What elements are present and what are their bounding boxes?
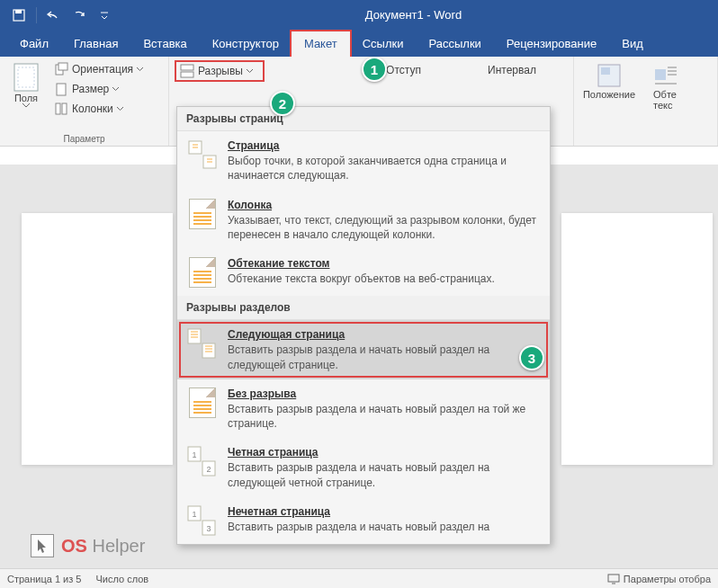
callout-marker-3: 3	[519, 345, 544, 370]
svg-rect-7	[56, 103, 60, 114]
svg-rect-6	[57, 84, 66, 95]
svg-rect-26	[608, 575, 619, 582]
chevron-down-icon	[22, 103, 30, 108]
page-break-icon	[186, 138, 219, 171]
svg-text:2: 2	[206, 465, 211, 474]
breaks-gallery: Разрывы страниц СтраницаВыбор точки, в к…	[176, 106, 551, 545]
section-nextpage-icon	[186, 327, 219, 360]
svg-rect-10	[181, 72, 193, 77]
tab-file[interactable]: Файл	[7, 31, 61, 57]
callout-marker-2: 2	[270, 91, 295, 116]
group-label: Параметр	[5, 132, 163, 144]
svg-rect-16	[188, 329, 201, 343]
status-display[interactable]: Параметры отобра	[624, 574, 711, 584]
margins-icon	[13, 62, 40, 93]
chevron-down-icon	[112, 87, 119, 91]
statusbar: Страница 1 из 5 Число слов Параметры ото…	[0, 568, 718, 588]
chevron-down-icon	[117, 107, 123, 111]
redo-icon[interactable]	[67, 4, 91, 27]
tab-review[interactable]: Рецензирование	[494, 31, 609, 57]
svg-rect-17	[202, 343, 215, 358]
gallery-section-header: Разрывы страниц	[177, 107, 550, 131]
tab-layout[interactable]: Макет	[292, 31, 350, 57]
svg-rect-12	[601, 67, 610, 75]
gallery-item-continuous[interactable]: Без разрываВставить разрыв раздела и нач…	[177, 379, 550, 439]
tab-view[interactable]: Вид	[609, 31, 656, 57]
column-break-icon	[186, 198, 219, 230]
svg-rect-1	[15, 10, 22, 13]
watermark-text: OS Helper	[61, 536, 145, 557]
textwrap-break-icon	[186, 256, 219, 289]
wrap-icon	[651, 62, 678, 89]
cursor-icon	[31, 534, 54, 557]
tab-references[interactable]: Ссылки	[350, 31, 417, 57]
position-icon	[596, 62, 623, 89]
qat-customize-icon[interactable]	[93, 4, 116, 27]
svg-rect-13	[655, 69, 666, 80]
ribbon-tabs: Файл Главная Вставка Конструктор Макет С…	[0, 30, 718, 57]
svg-text:1: 1	[192, 510, 196, 519]
watermark: OS Helper	[31, 534, 145, 557]
orientation-icon	[54, 62, 68, 76]
save-icon[interactable]	[7, 4, 31, 27]
tab-mailings[interactable]: Рассылки	[416, 31, 493, 57]
tab-insert[interactable]: Вставка	[130, 31, 199, 57]
display-settings-icon[interactable]	[607, 573, 620, 585]
section-continuous-icon	[186, 387, 219, 419]
svg-rect-5	[58, 63, 67, 70]
gallery-item-nextpage[interactable]: Следующая страницаВставить разрыв раздел…	[177, 320, 550, 379]
gallery-item-textwrap[interactable]: Обтекание текстомОбтекание текста вокруг…	[177, 249, 550, 296]
orientation-button[interactable]: Ориентация	[50, 60, 147, 78]
window-title: Документ1 - Word	[116, 8, 711, 22]
page-thumbnail	[561, 213, 713, 465]
gallery-item-evenpage[interactable]: 12 Четная страницаВставить разрыв раздел…	[177, 438, 550, 497]
status-words[interactable]: Число слов	[95, 574, 148, 584]
gallery-item-oddpage[interactable]: 13 Нечетная страницаВставить разрыв разд…	[177, 497, 550, 544]
breaks-icon	[180, 64, 194, 78]
undo-icon[interactable]	[42, 4, 66, 27]
position-button[interactable]: Положение	[579, 60, 639, 144]
titlebar: Документ1 - Word	[0, 0, 718, 30]
status-page[interactable]: Страница 1 из 5	[7, 574, 81, 584]
tab-design[interactable]: Конструктор	[200, 31, 292, 57]
wrap-button[interactable]: Обте текс	[642, 60, 687, 144]
callout-marker-1: 1	[362, 57, 387, 82]
section-oddpage-icon: 13	[186, 504, 219, 537]
gallery-item-page[interactable]: СтраницаВыбор точки, в которой заканчива…	[177, 131, 550, 191]
chevron-down-icon	[247, 69, 253, 73]
svg-rect-8	[62, 103, 67, 114]
chevron-down-icon	[137, 67, 143, 71]
size-icon	[54, 82, 68, 96]
svg-text:1: 1	[192, 450, 196, 459]
breaks-button[interactable]: Разрывы	[175, 60, 265, 82]
quick-access-toolbar	[7, 4, 116, 27]
svg-text:3: 3	[206, 524, 211, 533]
section-evenpage-icon: 12	[186, 445, 219, 477]
page-thumbnail	[22, 213, 173, 465]
margins-button[interactable]: Поля	[5, 60, 47, 132]
gallery-item-column[interactable]: КолонкаУказывает, что текст, следующий з…	[177, 191, 550, 250]
tab-home[interactable]: Главная	[61, 31, 130, 57]
svg-rect-9	[181, 65, 193, 70]
gallery-section-header: Разрывы разделов	[177, 296, 550, 320]
columns-button[interactable]: Колонки	[50, 100, 147, 118]
size-button[interactable]: Размер	[50, 80, 147, 98]
columns-icon	[54, 102, 68, 116]
